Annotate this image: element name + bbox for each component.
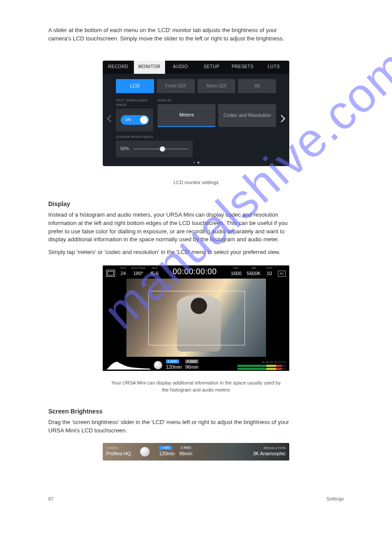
strip-record-button[interactable] <box>140 446 150 457</box>
strip-card-2[interactable]: 2 A002 96min <box>179 446 192 457</box>
iso-value: 1600 <box>231 270 241 277</box>
scale-1: -30 <box>266 361 269 364</box>
settings-panel: RECORD MONITOR AUDIO SETUP PRESETS LUTS … <box>103 61 289 166</box>
record-button[interactable] <box>154 361 162 370</box>
intro-text: A slider at the bottom of each menu on t… <box>48 26 294 43</box>
shutter-stat[interactable]: SHUTTER 180° <box>131 266 145 277</box>
text-surrounds-toggle[interactable]: ON <box>121 115 149 125</box>
audio-meters[interactable]: -36 -30 -24 -18 -12 -6 0 <box>237 361 286 370</box>
hud-top-bar: FPS 24 SHUTTER 180° IRIS f5.6 00:00:00:0… <box>103 265 289 278</box>
screen-brightness-label: SCREEN BRIGHTNESS <box>116 135 276 139</box>
strip-card-2-num: 2 <box>181 446 183 450</box>
scale-6: 0 <box>284 361 286 364</box>
tab-record[interactable]: RECORD <box>103 61 134 74</box>
toggle-knob <box>140 116 148 124</box>
codec-resolution-strip: CODEC ProRes HQ 1 A001 120min 2 A002 96m… <box>103 443 289 461</box>
page-dot-1[interactable] <box>193 162 195 163</box>
shutter-value: 180° <box>133 270 144 277</box>
wb-label: WB <box>252 266 256 270</box>
iso-stat[interactable]: ISO 1600 <box>231 266 241 277</box>
tab-monitor[interactable]: MONITOR <box>134 61 165 74</box>
card-1[interactable]: 1 A001 120min <box>166 359 182 371</box>
brightness-control: 50% <box>116 141 193 157</box>
card-2-chip: 2 A002 <box>185 359 198 363</box>
scale-2: -24 <box>270 361 273 364</box>
subtab-lcd[interactable]: LCD <box>116 79 154 93</box>
strip-card-2-chip: 2 A002 <box>179 446 192 450</box>
shutter-label: SHUTTER <box>131 266 145 270</box>
brightness-paragraph: Drag the 'screen brightness' slider in t… <box>48 418 294 435</box>
strip-card-1[interactable]: 1 A001 120min <box>159 446 175 457</box>
card-2[interactable]: 2 A002 96min <box>185 359 198 371</box>
card-1-time: 120min <box>166 364 182 371</box>
display-heading: Display <box>48 200 344 208</box>
wb-value: 5600K <box>247 270 261 277</box>
codec-field[interactable]: CODEC ProRes HQ <box>106 446 131 457</box>
histogram[interactable] <box>106 361 150 370</box>
strip-card-1-num: 1 <box>161 446 162 450</box>
page-dots <box>193 162 199 163</box>
hud-bottom-bar: 1 A001 120min 2 A002 96min -36 -30 -24 -… <box>103 359 289 371</box>
wb-stat[interactable]: WB 5600K <box>247 266 261 277</box>
page-footer: 87 Settings <box>48 496 344 503</box>
scale-0: -36 <box>262 361 265 364</box>
codec-value: ProRes HQ <box>106 450 131 457</box>
tint-value: 10 <box>266 270 272 277</box>
audio-bar-left <box>237 365 286 367</box>
brightness-slider-knob[interactable] <box>160 146 165 152</box>
page-dot-2[interactable] <box>198 162 199 163</box>
tab-luts[interactable]: LUTS <box>258 61 289 74</box>
card-2-time: 96min <box>185 364 198 371</box>
audio-scale: -36 -30 -24 -18 -12 -6 0 <box>237 361 286 364</box>
footer-section-name: Settings <box>326 496 344 503</box>
card-1-chip: 1 A001 <box>166 359 179 363</box>
fps-label: FPS <box>120 266 126 270</box>
subtab-front-sdi[interactable]: Front SDI <box>157 79 195 93</box>
tab-presets[interactable]: PRESETS <box>227 61 258 74</box>
scale-3: -18 <box>273 361 277 364</box>
subtab-all[interactable]: All <box>238 79 276 93</box>
iso-label: ISO <box>234 266 239 270</box>
display-codec-res-button[interactable]: Codec and Resolution <box>218 104 276 127</box>
toggle-on-label: ON <box>125 117 131 123</box>
card-1-num: 1 <box>168 359 169 364</box>
strip-card-1-chip: 1 A001 <box>159 446 172 450</box>
card-2-name: A002 <box>190 359 197 364</box>
timecode[interactable]: 00:00:00:00 <box>173 266 217 277</box>
audio-bar-right <box>237 368 286 370</box>
iris-label: IRIS <box>151 266 158 270</box>
resolution-field[interactable]: RESOLUTION 3K Anamorphic <box>253 446 286 457</box>
text-surrounds-toggle-container: ON <box>116 109 153 131</box>
display-meters-button[interactable]: Meters <box>158 104 216 127</box>
safe-frame-guide <box>148 291 245 345</box>
resolution-label: RESOLUTION <box>253 446 286 450</box>
power-ac-badge: AC <box>278 271 286 277</box>
tint-stat[interactable]: TINT 10 <box>266 266 273 277</box>
scale-4: -12 <box>278 361 281 364</box>
frame-guides-icon[interactable] <box>106 270 115 277</box>
brightness-slider[interactable] <box>133 149 188 149</box>
iris-value: f5.6 <box>151 270 158 277</box>
subtab-main-sdi[interactable]: Main SDI <box>198 79 236 93</box>
display-paragraph-2: Simply tap 'meters' or 'codec and resolu… <box>48 248 294 257</box>
caption-hud: Your URSA Mini can display additional in… <box>108 380 284 394</box>
card-2-num: 2 <box>187 359 189 364</box>
strip-card-1-name: A001 <box>163 446 170 450</box>
intro-paragraph: A slider at the bottom of each menu on t… <box>48 26 294 43</box>
brightness-heading: Screen Brightness <box>48 407 344 416</box>
tab-audio[interactable]: AUDIO <box>165 61 196 74</box>
codec-label: CODEC <box>106 446 131 450</box>
footer-page-number: 87 <box>48 496 54 503</box>
strip-card-2-time: 96min <box>179 450 192 457</box>
display-paragraph-1: Instead of a histogram and audio meters,… <box>48 211 294 244</box>
text-surrounds-label: TEXT SURROUNDS IMAGE <box>116 98 155 107</box>
fps-value: 24 <box>120 270 126 277</box>
strip-card-1-time: 120min <box>159 450 175 457</box>
tab-setup[interactable]: SETUP <box>196 61 227 74</box>
camera-hud: FPS 24 SHUTTER 180° IRIS f5.6 00:00:00:0… <box>103 265 289 371</box>
fps-stat[interactable]: FPS 24 <box>120 266 126 277</box>
brightness-value: 50% <box>120 146 129 152</box>
live-viewport[interactable] <box>126 279 266 357</box>
iris-stat[interactable]: IRIS f5.6 <box>151 266 158 277</box>
tint-label: TINT <box>266 266 273 270</box>
